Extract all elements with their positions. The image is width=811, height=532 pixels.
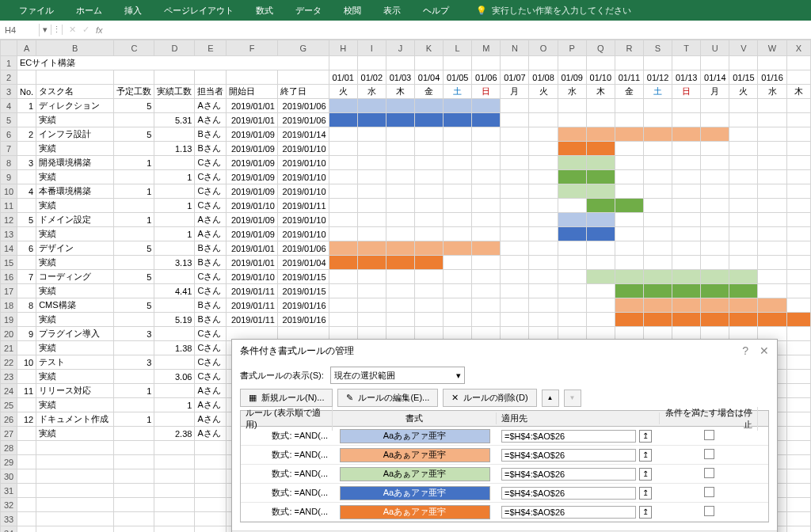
gantt-cell[interactable] [758, 227, 786, 241]
gantt-cell[interactable] [529, 142, 558, 156]
range-select-icon[interactable]: ↥ [639, 430, 652, 443]
gantt-cell[interactable] [615, 313, 643, 327]
gantt-cell[interactable] [615, 284, 643, 298]
stop-if-true-checkbox[interactable] [704, 506, 714, 516]
row-header[interactable]: 18 [1, 298, 17, 313]
gantt-cell[interactable] [558, 298, 586, 313]
ribbon-tab[interactable]: 校閲 [333, 2, 372, 20]
gantt-cell[interactable] [615, 199, 643, 213]
gantt-cell[interactable] [386, 227, 414, 241]
show-rules-select[interactable]: 現在の選択範囲 ▾ [330, 367, 465, 384]
column-header[interactable]: P [558, 40, 586, 56]
gantt-cell[interactable] [357, 156, 386, 170]
gantt-cell[interactable] [672, 199, 701, 213]
gantt-cell[interactable] [586, 241, 615, 256]
gantt-cell[interactable] [786, 142, 810, 156]
gantt-cell[interactable] [558, 156, 586, 170]
gantt-cell[interactable] [414, 227, 443, 241]
row-header[interactable]: 11 [1, 199, 17, 213]
gantt-cell[interactable] [414, 284, 443, 298]
gantt-cell[interactable] [701, 227, 729, 241]
gantt-cell[interactable] [501, 227, 529, 241]
row-header[interactable]: 32 [1, 498, 17, 512]
column-header[interactable]: I [357, 40, 386, 56]
date-header[interactable]: 01/11 [615, 70, 643, 85]
gantt-cell[interactable] [472, 199, 501, 213]
gantt-cell[interactable] [729, 298, 758, 313]
gantt-cell[interactable] [501, 170, 529, 184]
gantt-cell[interactable] [386, 184, 414, 199]
row-header[interactable]: 30 [1, 469, 17, 484]
stop-if-true-checkbox[interactable] [704, 430, 714, 440]
column-header[interactable]: X [786, 40, 810, 56]
gantt-cell[interactable] [643, 256, 672, 270]
column-header[interactable]: E [195, 40, 227, 56]
gantt-cell[interactable] [586, 142, 615, 156]
gantt-cell[interactable] [329, 199, 357, 213]
move-down-button[interactable] [564, 390, 581, 407]
gantt-cell[interactable] [444, 313, 472, 327]
gantt-cell[interactable] [758, 156, 786, 170]
gantt-cell[interactable] [643, 313, 672, 327]
row-header[interactable]: 26 [1, 412, 17, 427]
gantt-cell[interactable] [414, 241, 443, 256]
gantt-cell[interactable] [444, 256, 472, 270]
row-header[interactable]: 13 [1, 227, 17, 241]
gantt-cell[interactable] [357, 142, 386, 156]
gantt-cell[interactable] [701, 199, 729, 213]
dow-header[interactable]: 水 [357, 85, 386, 99]
row-header[interactable]: 10 [1, 184, 17, 199]
gantt-cell[interactable] [758, 127, 786, 142]
gantt-cell[interactable] [501, 256, 529, 270]
gantt-cell[interactable] [444, 270, 472, 284]
gantt-cell[interactable] [643, 99, 672, 113]
cancel-formula-icon[interactable]: ✕ [69, 25, 76, 35]
gantt-cell[interactable] [786, 227, 810, 241]
gantt-cell[interactable] [472, 213, 501, 227]
new-rule-button[interactable]: ▦新規ルール(N)... [240, 389, 333, 407]
rule-row[interactable]: 数式: =AND(...Aaあぁアァ亜宇↥ [241, 427, 768, 446]
sheet-title[interactable]: ECサイト構築 [17, 56, 329, 70]
dow-header[interactable]: 木 [386, 85, 414, 99]
applies-to-input[interactable] [501, 468, 636, 481]
gantt-cell[interactable] [672, 113, 701, 127]
gantt-cell[interactable] [758, 298, 786, 313]
accept-formula-icon[interactable]: ✓ [82, 25, 89, 35]
date-header[interactable]: 01/06 [472, 70, 501, 85]
gantt-cell[interactable] [357, 99, 386, 113]
gantt-cell[interactable] [672, 156, 701, 170]
row-header[interactable]: 27 [1, 427, 17, 441]
applies-to-input[interactable] [501, 487, 636, 500]
row-header[interactable]: 31 [1, 484, 17, 498]
date-header[interactable]: 01/10 [586, 70, 615, 85]
gantt-cell[interactable] [701, 313, 729, 327]
gantt-cell[interactable] [586, 184, 615, 199]
gantt-cell[interactable] [472, 142, 501, 156]
column-header[interactable]: G [277, 40, 329, 56]
gantt-cell[interactable] [472, 156, 501, 170]
date-header[interactable]: 01/15 [729, 70, 758, 85]
gantt-cell[interactable] [472, 170, 501, 184]
gantt-cell[interactable] [357, 313, 386, 327]
range-select-icon[interactable]: ↥ [639, 449, 652, 462]
gantt-cell[interactable] [444, 227, 472, 241]
gantt-cell[interactable] [643, 270, 672, 284]
gantt-cell[interactable] [672, 184, 701, 199]
gantt-cell[interactable] [643, 142, 672, 156]
dow-header[interactable]: 日 [472, 85, 501, 99]
gantt-cell[interactable] [386, 156, 414, 170]
gantt-cell[interactable] [786, 427, 810, 441]
gantt-cell[interactable] [414, 127, 443, 142]
gantt-cell[interactable] [729, 256, 758, 270]
range-select-icon[interactable]: ↥ [639, 487, 652, 500]
gantt-cell[interactable] [586, 127, 615, 142]
gantt-cell[interactable] [586, 170, 615, 184]
gantt-cell[interactable] [329, 313, 357, 327]
tell-me[interactable]: 💡 実行したい作業を入力してください [476, 5, 631, 17]
gantt-cell[interactable] [672, 127, 701, 142]
gantt-cell[interactable] [615, 241, 643, 256]
gantt-cell[interactable] [643, 199, 672, 213]
gantt-cell[interactable] [558, 127, 586, 142]
gantt-cell[interactable] [729, 270, 758, 284]
gantt-cell[interactable] [643, 170, 672, 184]
